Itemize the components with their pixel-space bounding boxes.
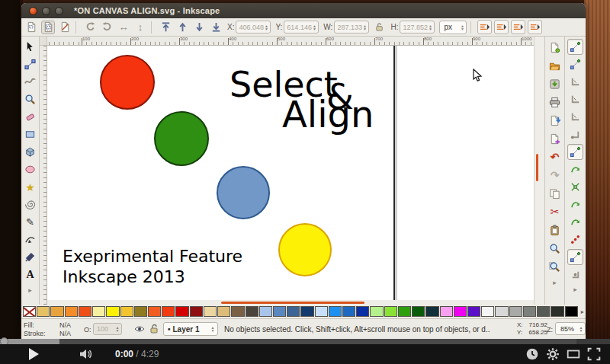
palette-swatch[interactable] (481, 306, 494, 317)
pencil-tool[interactable]: ✎ (23, 215, 37, 229)
new-document[interactable] (547, 40, 563, 55)
star-tool[interactable]: ★ (23, 180, 37, 194)
window-maximize-button[interactable] (55, 7, 63, 15)
select-all-layers-icon[interactable] (41, 21, 55, 34)
canvas[interactable]: Select & Align Exeprimental Feature Inks… (47, 46, 534, 300)
snap-bbox-edges[interactable] (567, 74, 583, 90)
field-w[interactable]: 287.133▲▼ (334, 21, 369, 34)
blue-circle[interactable] (217, 166, 270, 219)
flip-horizontal-icon[interactable]: ↔ (117, 21, 130, 34)
snap-midpoints[interactable] (567, 231, 583, 247)
palette-swatch[interactable] (175, 306, 188, 317)
move-gradients-toggle[interactable] (511, 20, 525, 34)
lower-to-bottom-icon[interactable] (209, 21, 223, 34)
print-document[interactable] (547, 94, 563, 110)
rectangle-tool[interactable] (23, 127, 37, 142)
snap-to-paths[interactable] (567, 161, 583, 177)
snap-path-intersections[interactable] (567, 179, 583, 195)
tweak-tool[interactable] (23, 75, 37, 89)
palette-swatch[interactable] (65, 306, 78, 317)
palette-swatch[interactable] (565, 306, 578, 317)
snap-nodes-toggle[interactable] (567, 144, 583, 160)
opacity-spinner[interactable]: ▲▼ (114, 324, 120, 334)
palette-swatch[interactable] (300, 306, 313, 317)
palette-swatch[interactable] (384, 306, 397, 317)
palette-swatch[interactable] (495, 306, 508, 317)
canvas-text-align[interactable]: Align (282, 93, 374, 136)
snap-master-toggle[interactable] (567, 39, 583, 55)
window-minimize-button[interactable] (42, 7, 50, 15)
box3d-tool[interactable] (23, 145, 37, 159)
toolbox-more-arrow[interactable]: ▸ (28, 286, 32, 294)
palette-swatch[interactable] (204, 306, 217, 317)
commands-more-arrow[interactable]: ▸ (553, 279, 557, 286)
palette-swatch[interactable] (287, 306, 300, 317)
palette-swatch-none[interactable] (23, 306, 36, 317)
field-h[interactable]: 127.852▲▼ (400, 21, 435, 34)
red-circle[interactable] (100, 55, 155, 110)
duplicate[interactable] (547, 186, 563, 201)
field-spinner[interactable]: ▲▼ (361, 22, 368, 32)
selector-tool[interactable] (23, 40, 37, 54)
vertical-scrollbar-thumb[interactable] (536, 154, 538, 181)
palette-swatch[interactable] (537, 306, 550, 317)
field-spinner[interactable]: ▲▼ (263, 22, 269, 32)
snap-object-centers[interactable] (567, 267, 583, 283)
rotate-ccw-icon[interactable] (83, 21, 97, 34)
ellipse-tool[interactable] (23, 162, 37, 177)
snap-smooth-nodes[interactable] (567, 214, 583, 230)
pen-tool[interactable] (23, 232, 37, 247)
open-document[interactable] (547, 58, 563, 73)
rotate-cw-icon[interactable] (100, 21, 114, 34)
horizontal-scrollbar-thumb[interactable] (221, 302, 364, 304)
palette-swatch[interactable] (425, 306, 438, 317)
palette-swatch[interactable] (398, 306, 411, 317)
field-x[interactable]: 406.048▲▼ (236, 21, 271, 34)
scale-stroke-toggle[interactable] (477, 20, 492, 34)
save-document[interactable] (547, 76, 563, 91)
zoom-drawing[interactable] (547, 241, 563, 256)
palette-swatch[interactable] (551, 306, 563, 317)
paste[interactable] (547, 222, 563, 238)
play-button[interactable] (29, 348, 39, 360)
opacity-field[interactable]: 100 ▲▼ (93, 323, 122, 335)
snap-cusp-nodes[interactable] (567, 196, 583, 212)
snapbar-more-arrow[interactable]: ▸ (573, 286, 577, 293)
palette-swatch[interactable] (329, 306, 342, 317)
zoom-field[interactable]: 85% ▲▼ (555, 322, 586, 335)
redo[interactable]: ↷ (547, 168, 563, 183)
palette-swatch[interactable] (356, 306, 369, 317)
palette-swatch[interactable] (162, 306, 175, 317)
text-tool[interactable]: A (23, 267, 37, 282)
layer-lock-icon[interactable] (149, 324, 159, 334)
palette-swatch[interactable] (134, 306, 147, 317)
horizontal-ruler[interactable]: 1002003004005006007008009001000 (47, 37, 534, 46)
palette-swatch[interactable] (92, 306, 105, 317)
field-spinner[interactable]: ▲▼ (427, 22, 433, 32)
node-tool[interactable] (23, 57, 37, 72)
stroke-value[interactable]: N/A (59, 330, 71, 337)
field-y[interactable]: 614.146▲▼ (284, 21, 319, 34)
raise-icon[interactable] (175, 21, 189, 34)
scale-corners-toggle[interactable] (494, 20, 509, 34)
palette-swatch[interactable] (509, 306, 522, 317)
green-circle[interactable] (154, 111, 209, 166)
deselect-icon[interactable] (58, 21, 72, 34)
snap-bbox-centers[interactable] (567, 126, 583, 142)
palette-scroll-arrow[interactable]: ▸ (579, 308, 584, 315)
lower-icon[interactable] (192, 21, 206, 34)
palette-swatch[interactable] (246, 306, 258, 317)
palette-swatch[interactable] (231, 306, 244, 317)
cut[interactable]: ✂ (547, 204, 563, 219)
zoom-page[interactable] (547, 259, 563, 274)
theater-mode-icon[interactable] (567, 347, 580, 361)
palette-swatch[interactable] (106, 306, 119, 317)
yellow-circle[interactable] (278, 223, 332, 276)
layer-selector[interactable]: • Layer 1 ▲▼ (163, 322, 218, 336)
palette-swatch[interactable] (120, 306, 133, 317)
vertical-scrollbar[interactable] (534, 37, 544, 305)
layer-visibility-eye-icon[interactable] (134, 324, 145, 334)
palette-swatch[interactable] (440, 306, 453, 317)
video-progress-bar[interactable] (0, 339, 610, 344)
raise-to-top-icon[interactable] (159, 21, 172, 34)
